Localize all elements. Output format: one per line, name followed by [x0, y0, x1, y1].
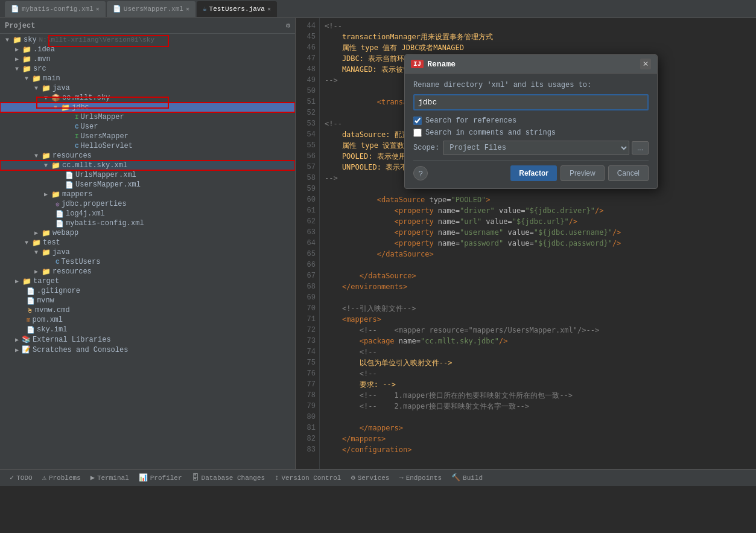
code-line-79: <!-- 2.mapper接口要和映射文件名字一致--> — [325, 401, 751, 412]
xml-icon-mybatis: 📄 — [56, 220, 64, 228]
tree-label-java-test: java — [52, 248, 70, 257]
tree-item-log4j-xml[interactable]: 📄 log4j.xml — [0, 209, 295, 219]
dialog-refactor-button[interactable]: Refactor — [510, 165, 557, 181]
arrow-mvn: ▶ — [12, 56, 22, 63]
tree-item-sky-iml[interactable]: 📄 sky.iml — [0, 325, 295, 334]
terminal-icon: ▶ — [91, 473, 95, 482]
arrow-java-test: ▼ — [31, 249, 41, 256]
arrow-idea: ▶ — [12, 46, 22, 53]
dialog-close-button[interactable]: ✕ — [640, 59, 651, 69]
tree-item-usersmapper[interactable]: I UsersMapper — [0, 132, 295, 141]
file-icon-mvnw: 📄 — [27, 297, 35, 305]
tree-item-target[interactable]: ▶ 📁 target — [0, 276, 295, 286]
arrow-target: ▶ — [12, 278, 22, 285]
dialog-scope-more-button[interactable]: ... — [632, 141, 649, 155]
status-item-db-changes[interactable]: 🗄 Database Changes — [187, 470, 270, 486]
tree-label-target: target — [33, 277, 59, 286]
class-icon-helloservlet: C — [75, 142, 79, 150]
tree-item-cc-mllt-sky-xml[interactable]: ▼ 📁 cc.mllt.sky.xml — [0, 161, 295, 170]
dialog-rename-input[interactable] — [413, 94, 649, 110]
folder-icon-jdbc: 📁 — [60, 103, 70, 112]
xml-icon-usersmapper: 📄 — [65, 181, 74, 189]
status-item-version-control[interactable]: ↕ Version Control — [270, 470, 346, 486]
tree-item-gitignore[interactable]: 📄 .gitignore — [0, 286, 295, 296]
status-item-profiler[interactable]: 📊 Profiler — [134, 470, 187, 486]
status-item-terminal[interactable]: ▶ Terminal — [86, 470, 134, 486]
tree-item-resources-test[interactable]: ▶ 📁 resources — [0, 267, 295, 276]
folder-icon-resources: 📁 — [41, 152, 51, 160]
tree-item-scratches[interactable]: ▶ 📝 Scratches and Consoles — [0, 345, 295, 355]
tree-item-urlsmapper-xml[interactable]: 📄 UrlsMapper.xml — [0, 170, 295, 180]
arrow-cc-mllt-sky: ▼ — [41, 95, 51, 101]
rename-dialog: IJ Rename ✕ Rename directory 'xml' and i… — [404, 54, 658, 189]
status-item-endpoints[interactable]: → Endpoints — [394, 470, 446, 486]
todo-icon: ✓ — [10, 473, 14, 482]
tree-item-webapp[interactable]: ▶ 📁 webapp — [0, 228, 295, 238]
main-area: Project ⚙ ▼ 📁 sky N:\mllt-xrilang\Versio… — [0, 18, 756, 469]
tree-item-java-test[interactable]: ▼ 📁 java — [0, 247, 295, 257]
tree-item-helloservlet[interactable]: C HelloServlet — [0, 141, 295, 151]
folder-icon-test: 📁 — [31, 238, 41, 247]
sidebar-gear-icon[interactable]: ⚙ — [286, 21, 290, 30]
status-label-profiler: Profiler — [150, 474, 182, 482]
tree-item-testusers[interactable]: C TestUsers — [0, 257, 295, 267]
tree-item-mvnw-cmd[interactable]: 🖱 mvnw.cmd — [0, 305, 295, 315]
status-label-services: Services — [358, 474, 390, 482]
scratches-icon: 📝 — [22, 345, 31, 354]
folder-icon-main: 📁 — [31, 74, 41, 83]
tab-close-testusers[interactable]: ✕ — [267, 5, 271, 13]
tree-item-usersmapper-xml[interactable]: 📄 UsersMapper.xml — [0, 180, 295, 190]
sidebar: Project ⚙ ▼ 📁 sky N:\mllt-xrilang\Versio… — [0, 18, 296, 469]
tree-item-mvnw[interactable]: 📄 mvnw — [0, 296, 295, 305]
status-item-problems[interactable]: ⚠ Problems — [37, 470, 86, 486]
tree-item-main[interactable]: ▼ 📁 main — [0, 74, 295, 83]
tree-item-sky[interactable]: ▼ 📁 sky N:\mllt-xrilang\Version01\sky — [0, 35, 295, 45]
sidebar-tree: ▼ 📁 sky N:\mllt-xrilang\Version01\sky ▶ … — [0, 34, 295, 469]
tree-item-src[interactable]: ▼ 📁 src — [0, 64, 295, 74]
dialog-checkbox-comments[interactable] — [413, 129, 422, 137]
tree-item-cc-mllt-sky[interactable]: ▼ 📦 cc.mllt.sky — [0, 93, 295, 103]
tab-testusers[interactable]: ☕ TestUsers.java ✕ — [197, 1, 277, 17]
tree-label-sky-iml: sky.iml — [37, 325, 67, 334]
tab-label3: TestUsers.java — [209, 5, 265, 13]
tree-item-ext-libs[interactable]: ▶ 📚 External Libraries — [0, 334, 295, 345]
code-line-74: <!-- — [325, 346, 751, 357]
tree-item-jdbc-properties[interactable]: ⚙ jdbc.properties — [0, 199, 295, 209]
title-bar: 📄 mybatis-config.xml ✕ 📄 UsersMapper.xml… — [0, 0, 756, 18]
status-item-build[interactable]: 🔨 Build — [446, 470, 488, 486]
code-line-65: </dataSource> — [325, 249, 751, 260]
dialog-help-button[interactable]: ? — [413, 166, 428, 180]
tree-item-mappers[interactable]: ▶ 📁 mappers — [0, 190, 295, 199]
tab-usersmapper[interactable]: 📄 UsersMapper.xml ✕ — [107, 1, 195, 17]
dialog-checkbox-references[interactable] — [413, 116, 422, 125]
dialog-cancel-button[interactable]: Cancel — [608, 165, 649, 181]
tree-item-java[interactable]: ▼ 📁 java — [0, 83, 295, 93]
tree-label-mvnw-cmd: mvnw.cmd — [35, 306, 70, 314]
arrow-test: ▼ — [22, 240, 31, 246]
tab-mybatis-config[interactable]: 📄 mybatis-config.xml ✕ — [5, 1, 106, 17]
tree-item-idea[interactable]: ▶ 📁 .idea — [0, 45, 295, 54]
code-line-45: transactionManager用来设置事务管理方式 — [325, 31, 751, 42]
tree-item-resources[interactable]: ▼ 📁 resources — [0, 151, 295, 161]
tree-item-pom-xml[interactable]: m pom.xml — [0, 315, 295, 325]
tree-item-jdbc[interactable]: ▼ 📁 jdbc — [0, 103, 295, 112]
dialog-title-bar: IJ Rename ✕ — [405, 55, 657, 74]
tree-item-user[interactable]: C User — [0, 122, 295, 132]
dialog-scope-select[interactable]: Project Files Project and Libraries Modu… — [443, 141, 629, 155]
dialog-preview-button[interactable]: Preview — [561, 165, 605, 181]
tree-label-user: User — [81, 123, 98, 131]
tree-item-mybatis-config-xml[interactable]: 📄 mybatis-config.xml — [0, 219, 295, 228]
status-item-todo[interactable]: ✓ TODO — [5, 470, 37, 486]
dialog-checkbox-references-row: Search for references — [413, 116, 649, 125]
tree-item-mvn[interactable]: ▶ 📁 .mvn — [0, 54, 295, 64]
tab-close-mybatis[interactable]: ✕ — [96, 5, 100, 13]
arrow-resources: ▼ — [31, 153, 41, 159]
tab-close-usersmapper[interactable]: ✕ — [186, 5, 189, 13]
arrow-mappers: ▶ — [41, 191, 51, 198]
dialog-checkbox-comments-label: Search in comments and strings — [425, 129, 556, 137]
tree-item-test[interactable]: ▼ 📁 test — [0, 238, 295, 247]
line-numbers: 4445464748495051525354555657585960616263… — [296, 18, 320, 469]
tree-item-urlsmapper[interactable]: I UrlsMapper — [0, 112, 295, 122]
profiler-icon: 📊 — [139, 473, 148, 482]
status-item-services[interactable]: ⚙ Services — [346, 470, 394, 486]
